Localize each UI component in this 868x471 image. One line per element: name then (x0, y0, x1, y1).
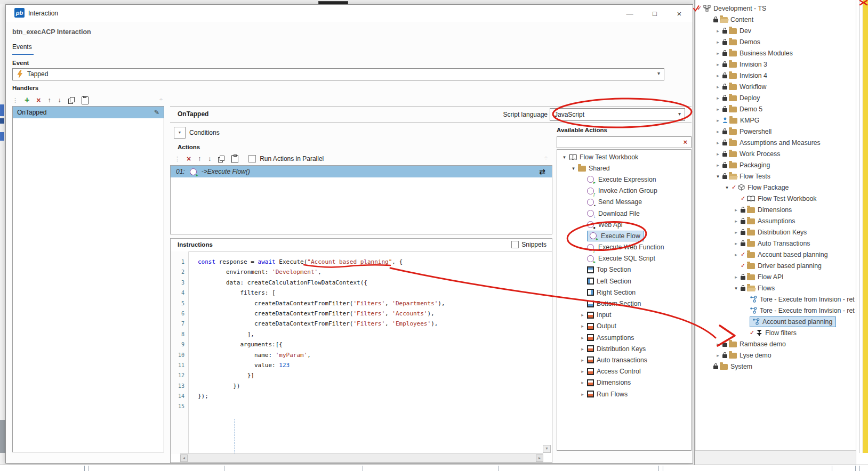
tree-item[interactable]: ▸Workflow (695, 81, 855, 92)
delete-action-button[interactable]: × (187, 155, 191, 163)
expander-icon[interactable]: ▸ (715, 107, 721, 112)
tree-item[interactable]: ✓Flow filters (695, 327, 855, 338)
tree-item[interactable]: ▸Dimensions (695, 204, 855, 215)
tree-item[interactable]: Content (695, 14, 855, 25)
tree-item[interactable]: Bottom Section (557, 298, 691, 309)
expander-icon[interactable]: ▸ (715, 28, 721, 34)
tree-item[interactable]: ▾Flow Test Workbook (557, 151, 691, 163)
chevron-down-icon[interactable]: ▾ (657, 70, 660, 76)
expander-icon[interactable]: ▸ (733, 252, 739, 257)
tree-item[interactable]: ▸Invision 4 (695, 70, 855, 81)
tree-item[interactable]: ▾Flows (695, 282, 855, 294)
run-parallel-checkbox[interactable] (248, 155, 256, 163)
expander-icon[interactable]: ▸ (580, 323, 585, 329)
tree-item[interactable]: ▸✓Account based planning (695, 249, 855, 260)
search-input[interactable] (559, 138, 679, 147)
expander-icon[interactable]: ▸ (580, 380, 585, 385)
title-bar[interactable]: pb Interaction — □ × (6, 5, 693, 22)
expander-icon[interactable]: ▸ (715, 129, 721, 134)
event-dropdown[interactable]: Tapped ▾ (12, 68, 664, 80)
tree-item[interactable]: ▸KMPG (695, 115, 855, 126)
expander-icon[interactable]: ▾ (724, 185, 730, 190)
tree-item[interactable]: ▸Demo 5 (695, 103, 855, 115)
tree-item[interactable]: ▸Assumptions (557, 332, 691, 343)
tree-item[interactable]: ▸Distribution Keys (695, 226, 855, 238)
tree-item[interactable]: ƒExecute Web Function (557, 242, 691, 253)
minimize-button[interactable]: — (622, 8, 638, 20)
horizontal-scrollbar[interactable]: ◂ ▸ (180, 453, 543, 462)
expander-icon[interactable]: ▸ (715, 73, 721, 78)
expander-icon[interactable]: ▸ (580, 312, 585, 318)
conditions-toggle-button[interactable]: ▼ (174, 127, 186, 139)
tree-item[interactable]: ƒInvoke Action Group (557, 185, 691, 197)
clear-search-icon[interactable]: × (683, 138, 687, 146)
expander-icon[interactable]: ▸ (733, 241, 739, 246)
action-row[interactable]: 01: ▸ ->Execute Flow() ⇄ (171, 166, 552, 177)
edit-pencil-icon[interactable]: ✎ (154, 109, 159, 116)
expander-icon[interactable]: ▸ (733, 218, 739, 224)
scroll-left-button[interactable]: ◂ (180, 454, 188, 462)
expander-icon[interactable]: ▸ (715, 151, 721, 157)
expander-icon[interactable]: ▾ (715, 174, 721, 179)
tree-item[interactable]: ▸Access Control (557, 366, 691, 377)
tree-item[interactable]: Left Section (557, 275, 691, 287)
scroll-right-button[interactable]: ▸ (536, 454, 543, 462)
expander-icon[interactable]: ▸ (715, 342, 721, 347)
expander-icon[interactable]: ▸ (715, 62, 721, 67)
code-editor[interactable]: 123456789101112131415 const response = a… (171, 251, 552, 462)
tree-item[interactable]: ▸Execute Expression (557, 174, 691, 185)
expander-icon[interactable]: ▸ (715, 118, 721, 123)
paste-button[interactable] (82, 96, 89, 104)
tree-item[interactable]: Right Section (557, 287, 691, 298)
code-area[interactable]: const response = await Execute("Account … (189, 251, 543, 454)
tree-item[interactable]: ▾Flow Tests (695, 170, 855, 182)
tree-item[interactable]: ▸Dimensions (557, 377, 691, 388)
expander-icon[interactable]: ▾ (733, 286, 739, 291)
tree-item[interactable]: ↓Download File (557, 208, 691, 219)
expander-icon[interactable]: ▾ (570, 166, 576, 171)
tree-item[interactable]: ▸Deploy (695, 92, 855, 103)
paste-button[interactable] (231, 155, 238, 163)
tree-item[interactable]: Tore - Execute from Invision - returns c (695, 305, 855, 316)
tree-item[interactable]: ▸Powershell (695, 126, 855, 137)
splitter-handle[interactable]: ÷ (159, 96, 163, 103)
tree-item[interactable]: Account based planning (695, 316, 855, 327)
tree-item[interactable]: ▸Input (557, 310, 691, 321)
tree-item[interactable]: ▸Work Process (695, 148, 855, 159)
tree-item[interactable]: ▸Auto transactions (557, 354, 691, 366)
expander-icon[interactable]: ▸ (580, 392, 585, 397)
expander-icon[interactable]: ▸ (715, 353, 721, 358)
tree-item[interactable]: ▾Shared (557, 163, 691, 174)
handler-item[interactable]: OnTapped ✎ (13, 107, 164, 118)
expander-icon[interactable]: ▸ (580, 335, 585, 340)
chevron-down-icon[interactable]: ▾ (678, 111, 681, 117)
expander-icon[interactable]: ▸ (715, 95, 721, 101)
move-up-button[interactable]: ↑ (198, 155, 201, 163)
tree-item[interactable]: ▸Business Modules (695, 47, 855, 59)
tree-item[interactable]: ▸Distribution Keys (557, 343, 691, 354)
tree-item[interactable]: ✓Driver based planning (695, 260, 855, 271)
script-language-dropdown[interactable]: JavaScript ▾ (550, 108, 685, 121)
tree-item[interactable]: ▸Assumptions (695, 215, 855, 226)
expander-icon[interactable]: ▸ (715, 140, 721, 145)
copy-button[interactable] (68, 97, 75, 104)
tree-item[interactable]: System (695, 361, 855, 372)
expander-icon[interactable]: ▸ (733, 207, 739, 213)
expander-icon[interactable]: ▸ (580, 369, 585, 374)
close-button[interactable]: × (671, 8, 687, 20)
expander-icon[interactable]: ▸ (715, 51, 721, 56)
tree-item[interactable]: ▸Output (557, 321, 691, 332)
tree-item[interactable]: ▸Flow API (695, 271, 855, 282)
tree-item[interactable]: ✓Flow Test Workbook (695, 193, 855, 204)
add-handler-button[interactable]: + (25, 96, 29, 104)
tree-item[interactable]: ●Web Api (557, 219, 691, 230)
tree-item[interactable]: Tore - Execute from Invision - returns s (695, 294, 855, 305)
tree-item[interactable]: ▸Assumptions and Measures (695, 137, 855, 148)
tree-item[interactable]: Top Section (557, 264, 691, 275)
tree-item[interactable]: ▸Execute Flow (557, 230, 691, 241)
tree-item[interactable]: ▪Send Message (557, 197, 691, 208)
expander-icon[interactable]: ▾ (561, 155, 567, 160)
tree-item[interactable]: ▸Execute SQL Script (557, 253, 691, 264)
tree-item[interactable]: ▸Packaging (695, 159, 855, 170)
snippets-checkbox[interactable] (511, 241, 519, 248)
